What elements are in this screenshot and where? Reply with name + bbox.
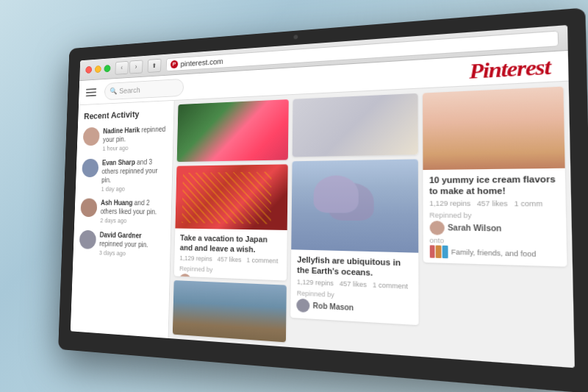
activity-name: Evan Sharp	[102, 158, 135, 166]
activity-item: Evan Sharp and 3 others repinned your pi…	[81, 157, 166, 193]
avatar	[79, 229, 96, 249]
close-button[interactable]	[85, 65, 92, 73]
activity-item: Ash Huang and 2 others liked your pin. 2…	[80, 199, 165, 226]
screen-content: ‹ › ⬆ P pinterest.com	[71, 25, 575, 368]
board-name: Family, friends, and food	[451, 247, 537, 257]
pin-info: 10 yummy ice cream flavors to make at ho…	[423, 168, 567, 266]
back-button[interactable]: ‹	[115, 60, 128, 74]
pin-column-2: Jellyfish are ubiquitous in the Earth's …	[290, 93, 418, 351]
board-thumbnail	[429, 244, 448, 257]
pin-column-1: Take a vacation to Japan and and leave a…	[173, 99, 289, 342]
user-avatar	[179, 274, 191, 280]
recent-activity-sidebar: Recent Activity Nadine Harik repinned yo…	[71, 100, 175, 338]
board-thumb-part	[429, 244, 435, 257]
search-placeholder: Search	[119, 85, 140, 94]
url-text: pinterest.com	[181, 57, 223, 68]
user-name: Sarah Wilson	[193, 277, 236, 280]
activity-time: 1 day ago	[101, 185, 125, 192]
pin-column-3: 10 yummy ice cream flavors to make at ho…	[423, 86, 569, 362]
maximize-button[interactable]	[104, 65, 110, 72]
avatar	[83, 126, 100, 146]
pin-user: Sarah Wilson	[429, 220, 559, 236]
activity-text: David Gardner repinned your pin. 3 days …	[99, 230, 165, 259]
activity-name: Nadine Harik	[103, 126, 140, 135]
pin-card-japan[interactable]: Take a vacation to Japan and and leave a…	[174, 164, 288, 280]
pin-card-icecream[interactable]: 10 yummy ice cream flavors to make at ho…	[423, 86, 567, 266]
sidebar-title: Recent Activity	[84, 107, 168, 121]
pin-image	[292, 159, 418, 252]
forward-button[interactable]: ›	[129, 60, 143, 74]
pin-info: Jellyfish are ubiquitous in the Earth's …	[291, 249, 419, 324]
board-thumb-part	[436, 245, 442, 257]
activity-time: 3 days ago	[99, 249, 126, 257]
activity-item: David Gardner repinned your pin. 3 days …	[79, 229, 164, 259]
user-name: Sarah Wilson	[448, 223, 501, 232]
search-bar[interactable]: 🔍 Search	[104, 78, 184, 99]
user-avatar	[297, 298, 310, 312]
hamburger-line-1	[86, 88, 96, 90]
activity-time: 2 days ago	[100, 217, 126, 224]
avatar	[80, 199, 97, 217]
pin-grid: Take a vacation to Japan and and leave a…	[168, 81, 575, 368]
webcam-dot	[293, 35, 298, 39]
user-name: Rob Mason	[313, 301, 354, 311]
pin-board: Family, friends, and food	[429, 244, 559, 260]
board-thumb-part	[442, 245, 448, 258]
pin-image	[173, 279, 287, 341]
pin-stats: 1,129 repins 457 likes 1 comm	[429, 199, 559, 207]
search-icon: 🔍	[110, 87, 117, 94]
hamburger-line-3	[86, 94, 96, 96]
pin-repinned-label: Repinned by	[429, 210, 559, 219]
pin-image	[293, 93, 417, 156]
pin-card-temple[interactable]	[173, 279, 287, 341]
screen-bezel: ‹ › ⬆ P pinterest.com	[58, 7, 588, 392]
minimize-button[interactable]	[95, 65, 101, 73]
pin-card-topright[interactable]	[293, 93, 417, 156]
activity-text: Evan Sharp and 3 others repinned your pi…	[101, 157, 167, 193]
activity-text: Nadine Harik repinned your pin. 1 hour a…	[102, 124, 167, 153]
pin-info: Take a vacation to Japan and and leave a…	[174, 228, 287, 280]
main-content: Recent Activity Nadine Harik repinned yo…	[71, 81, 575, 368]
pin-image	[175, 164, 288, 230]
macbook-frame: ‹ › ⬆ P pinterest.com	[29, 27, 559, 366]
pin-card-flowers[interactable]	[177, 99, 289, 162]
pin-title: Take a vacation to Japan and and leave a…	[180, 232, 282, 255]
avatar	[82, 158, 98, 177]
pin-stats: 1,129 repins 457 likes 1 comment	[179, 254, 281, 265]
pinterest-logo: Pinterest	[469, 53, 561, 83]
browser-window: ‹ › ⬆ P pinterest.com	[71, 25, 575, 368]
traffic-lights	[85, 65, 110, 74]
pin-image	[177, 99, 289, 162]
hamburger-menu[interactable]	[83, 82, 100, 101]
user-avatar	[429, 220, 444, 235]
share-button[interactable]: ⬆	[148, 58, 162, 72]
activity-name: David Gardner	[99, 231, 141, 239]
screen-wrapper: ‹ › ⬆ P pinterest.com	[58, 7, 588, 392]
nav-buttons: ‹ ›	[115, 60, 143, 74]
pin-card-jellyfish[interactable]: Jellyfish are ubiquitous in the Earth's …	[291, 159, 419, 324]
hamburger-line-2	[86, 91, 96, 93]
activity-item: Nadine Harik repinned your pin. 1 hour a…	[82, 124, 167, 153]
pin-image	[423, 86, 565, 169]
pin-title: Jellyfish are ubiquitous in the Earth's …	[297, 254, 412, 279]
activity-time: 1 hour ago	[102, 144, 128, 152]
activity-text: Ash Huang and 2 others liked your pin. 2…	[100, 199, 165, 226]
site-favicon: P	[171, 60, 179, 68]
pin-title: 10 yummy ice cream flavors to make at ho…	[429, 173, 559, 196]
activity-name: Ash Huang	[101, 199, 133, 206]
